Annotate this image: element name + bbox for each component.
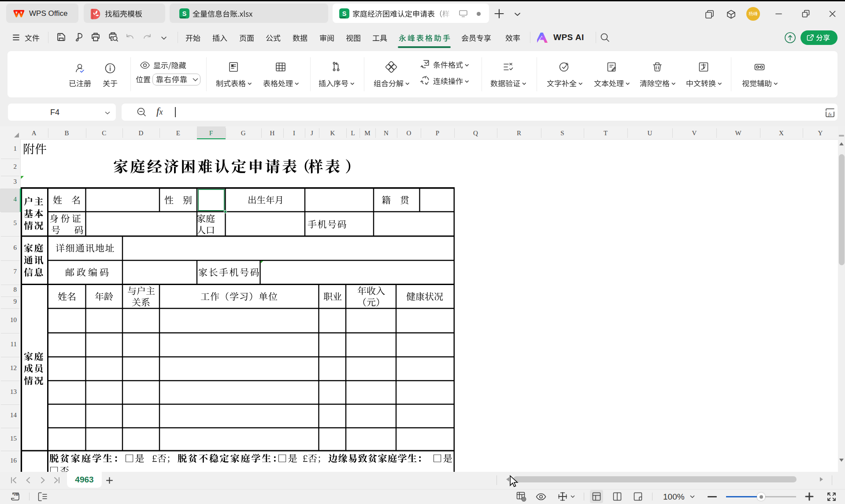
svg-text:VB: VB	[13, 493, 18, 497]
